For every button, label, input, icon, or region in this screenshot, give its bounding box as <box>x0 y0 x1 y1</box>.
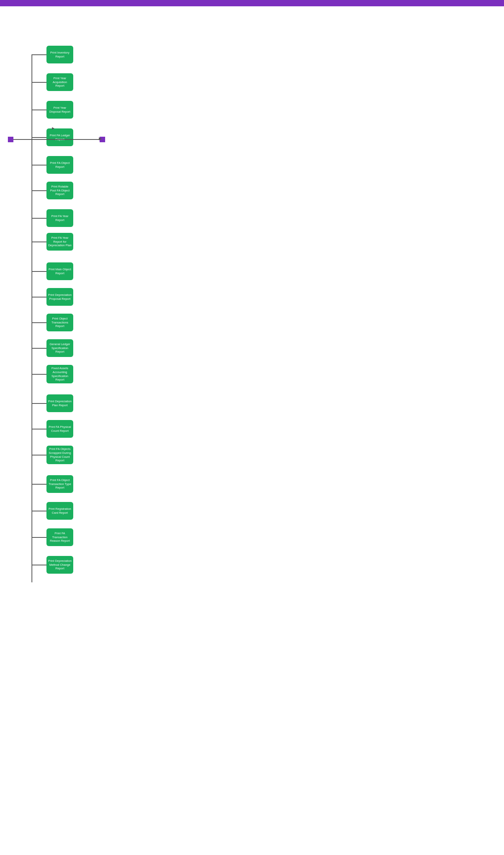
branch-line-18 <box>32 511 46 511</box>
node-row-13: Fixed Assets Accounting Specification Re… <box>32 365 73 383</box>
branch-line-13 <box>32 374 46 375</box>
branch-line-7 <box>32 218 46 219</box>
branch-line-2 <box>32 82 46 83</box>
node-row-3: Print Year Disposal Report <box>32 101 73 119</box>
branch-line-15 <box>32 429 46 429</box>
branch-line-3 <box>32 110 46 110</box>
node-19[interactable]: Print FA Transaction Reason Report <box>46 528 73 546</box>
node-11[interactable]: Print Object Transactions Report <box>46 314 73 331</box>
node-18[interactable]: Print Registration Card Report <box>46 502 73 520</box>
branch-line-10 <box>32 297 46 297</box>
node-row-5: Print FA Object Report <box>32 156 73 174</box>
branch-line-12 <box>32 348 46 349</box>
node-5[interactable]: Print FA Object Report <box>46 156 73 174</box>
node-row-11: Print Object Transactions Report <box>32 314 73 331</box>
branch-line-6 <box>32 190 46 191</box>
node-row-20: Print Depreciation Method Change Report <box>32 556 73 574</box>
branch-line-9 <box>32 271 46 272</box>
node-7[interactable]: Print FA Year Report <box>46 209 73 227</box>
node-2[interactable]: Print Year Acquisition Report <box>46 73 73 91</box>
node-row-16: Print FA Objects Scrapped During Physica… <box>32 446 73 464</box>
description-node <box>11 17 39 19</box>
node-row-12: General Ledger Specification Report <box>32 339 73 357</box>
node-1[interactable]: Print Inventory Report <box>46 46 73 63</box>
node-row-9: Print Main Object Report <box>32 262 73 280</box>
node-row-1: Print Inventory Report <box>32 46 73 63</box>
node-4[interactable]: Print FA Ledger Report <box>46 128 73 146</box>
arrow-line <box>13 139 100 140</box>
node-9[interactable]: Print Main Object Report <box>46 262 73 280</box>
node-13[interactable]: Fixed Assets Accounting Specification Re… <box>46 365 73 383</box>
node-6[interactable]: Print Rotable Pool FA Object Report <box>46 182 73 199</box>
left-connector <box>8 137 13 142</box>
branch-line-5 <box>32 165 46 165</box>
node-row-14: Print Depreciation Plan Report <box>32 394 73 412</box>
branch-line-16 <box>32 455 46 455</box>
node-10[interactable]: Print Depreciation Proposal Report <box>46 288 73 306</box>
node-row-10: Print Depreciation Proposal Report <box>32 288 73 306</box>
node-20[interactable]: Print Depreciation Method Change Report <box>46 556 73 574</box>
branch-line-17 <box>32 484 46 485</box>
branch-line-1 <box>32 54 46 55</box>
node-row-15: Print FA Physical Count Report <box>32 420 73 438</box>
node-row-6: Print Rotable Pool FA Object Report <box>32 182 73 199</box>
branch-line-14 <box>32 403 46 404</box>
branch-line-8 <box>32 242 46 242</box>
node-3[interactable]: Print Year Disposal Report <box>46 101 73 119</box>
branch-line-4 <box>32 137 46 138</box>
node-8[interactable]: Print FA Year Report for Depreciation Pl… <box>46 233 73 251</box>
node-14[interactable]: Print Depreciation Plan Report <box>46 394 73 412</box>
page-title <box>0 0 504 6</box>
node-row-17: Print FA Object Transaction Type Report <box>32 475 73 493</box>
node-15[interactable]: Print FA Physical Count Report <box>46 420 73 438</box>
node-row-4: ▶Print FA Ledger Report <box>32 128 73 146</box>
node-16[interactable]: Print FA Objects Scrapped During Physica… <box>46 446 73 464</box>
node-row-18: Print Registration Card Report <box>32 502 73 520</box>
node-row-19: Print FA Transaction Reason Report <box>32 528 73 546</box>
node-12[interactable]: General Ledger Specification Report <box>46 339 73 357</box>
branch-line-19 <box>32 537 46 538</box>
branch-line-11 <box>32 322 46 323</box>
node-row-8: Print FA Year Report for Depreciation Pl… <box>32 233 73 251</box>
node-row-2: Print Year Acquisition Report <box>32 73 73 91</box>
node-row-7: Print FA Year Report <box>32 209 73 227</box>
branch-line-20 <box>32 565 46 565</box>
node-17[interactable]: Print FA Object Transaction Type Report <box>46 475 73 493</box>
page-content: Print Inventory ReportPrint Year Acquisi… <box>0 6 504 846</box>
